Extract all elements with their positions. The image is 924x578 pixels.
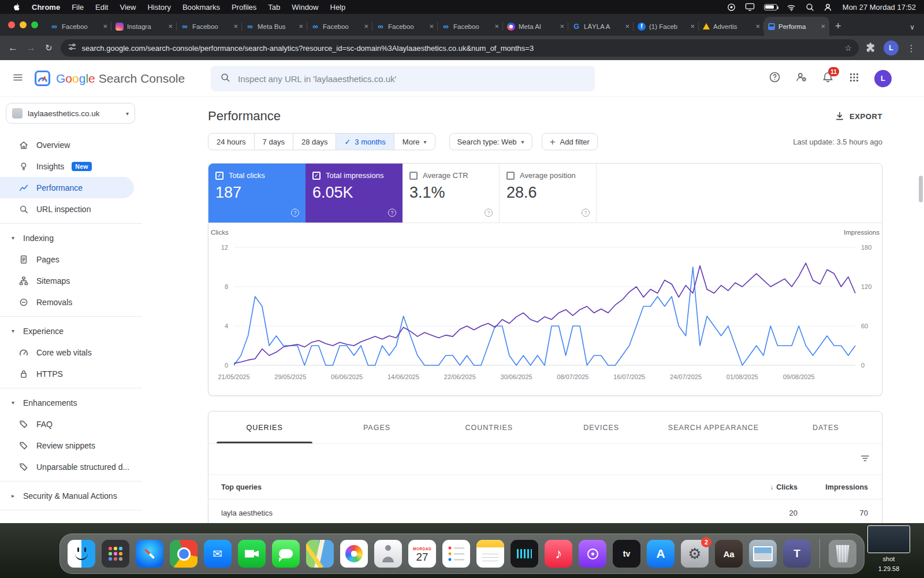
- browser-tab[interactable]: Meta AI×: [503, 17, 568, 36]
- mail-dock-icon[interactable]: ✉: [204, 540, 232, 568]
- metric-checkbox[interactable]: ✓: [312, 172, 321, 180]
- calendar-dock-icon[interactable]: MORDAD27: [408, 540, 436, 568]
- tab-close-icon[interactable]: ×: [103, 22, 107, 31]
- preview-dock-icon[interactable]: [749, 540, 777, 568]
- browser-tab[interactable]: f(1) Faceb×: [634, 17, 699, 36]
- sidebar-item-core-web-vitals[interactable]: Core web vitals: [0, 342, 142, 363]
- browser-tab[interactable]: ∞Faceboo×: [438, 17, 503, 36]
- user-switch-icon[interactable]: [824, 3, 832, 12]
- range-3-months[interactable]: ✓3 months: [336, 134, 393, 150]
- menubar-item-file[interactable]: File: [66, 3, 90, 12]
- chrome-dock-icon[interactable]: [170, 540, 198, 568]
- tab-close-icon[interactable]: ×: [233, 22, 238, 31]
- display-icon[interactable]: [745, 2, 755, 12]
- reminders-dock-icon[interactable]: [442, 540, 470, 568]
- google-apps-grid-icon[interactable]: [848, 72, 860, 86]
- menubar-clock[interactable]: Mon 27 Mordad 17:52: [843, 3, 916, 12]
- url-inspect-search[interactable]: Inspect any URL in 'laylaaesthetics.co.u…: [211, 66, 595, 91]
- close-window-button[interactable]: [8, 21, 15, 28]
- browser-tab[interactable]: GLÄYLA A×: [568, 17, 634, 36]
- tab-close-icon[interactable]: ×: [168, 22, 173, 31]
- browser-menu-icon[interactable]: ⋮: [907, 43, 916, 54]
- tab-dates[interactable]: DATES: [770, 412, 882, 443]
- finder-dock-icon[interactable]: [68, 540, 95, 568]
- appstore-dock-icon[interactable]: A: [647, 540, 675, 568]
- tab-close-icon[interactable]: ×: [299, 22, 303, 31]
- sidebar-item-url-inspection[interactable]: URL inspection: [0, 198, 142, 220]
- reload-button[interactable]: ↻: [45, 43, 53, 53]
- menubar-item-view[interactable]: View: [114, 3, 141, 12]
- user-settings-icon[interactable]: [795, 71, 807, 86]
- column-clicks[interactable]: ↓Clicks: [728, 483, 798, 491]
- extensions-icon[interactable]: [866, 42, 875, 54]
- help-icon[interactable]: ?: [388, 209, 396, 217]
- battery-icon[interactable]: [764, 4, 777, 10]
- range-more[interactable]: More▾: [394, 134, 435, 150]
- metric-card-average-position[interactable]: Average position28.6?: [500, 164, 597, 223]
- menubar-item-help[interactable]: Help: [325, 3, 352, 12]
- scrollbar-thumb[interactable]: [919, 176, 923, 202]
- column-impressions[interactable]: Impressions: [798, 483, 882, 491]
- help-icon[interactable]: ?: [485, 209, 493, 217]
- podcasts-dock-icon[interactable]: [579, 540, 606, 568]
- sidebar-section-indexing[interactable]: ▾Indexing: [0, 227, 142, 249]
- search-console-logo-icon[interactable]: [35, 71, 50, 86]
- browser-tab[interactable]: Instagra×: [111, 17, 177, 36]
- facetime-dock-icon[interactable]: [238, 540, 266, 568]
- browser-tab[interactable]: ∞Faceboo×: [177, 17, 242, 36]
- safari-dock-icon[interactable]: [136, 540, 163, 568]
- tab-close-icon[interactable]: ×: [364, 22, 368, 31]
- tab-close-icon[interactable]: ×: [429, 22, 434, 31]
- sidebar-item-insights[interactable]: InsightsNew: [0, 155, 142, 177]
- tab-pages[interactable]: PAGES: [321, 412, 433, 443]
- sidebar-item-sitemaps[interactable]: Sitemaps: [0, 270, 142, 291]
- help-icon[interactable]: [769, 71, 781, 86]
- browser-tab[interactable]: ∞Faceboo×: [372, 17, 438, 36]
- bookmark-star-icon[interactable]: ☆: [844, 43, 852, 53]
- site-settings-icon[interactable]: [68, 42, 77, 54]
- forward-button[interactable]: →: [26, 42, 36, 54]
- notes-dock-icon[interactable]: [476, 540, 504, 568]
- sidebar-item-unparsable-structured-d[interactable]: Unparsable structured d...: [0, 456, 142, 477]
- back-button[interactable]: ←: [8, 42, 18, 54]
- sidebar-item-faq[interactable]: FAQ: [0, 413, 142, 435]
- tab-close-icon[interactable]: ×: [821, 22, 825, 31]
- filter-list-icon[interactable]: [860, 453, 870, 466]
- sidebar-item-https[interactable]: HTTPS: [0, 363, 142, 384]
- tab-close-icon[interactable]: ×: [494, 22, 499, 31]
- browser-tab[interactable]: ∞Faceboo×: [46, 17, 111, 36]
- tab-search-button[interactable]: ∨: [910, 23, 915, 31]
- query-cell[interactable]: layla aesthetics: [208, 509, 728, 517]
- address-bar[interactable]: search.google.com/search-console/perform…: [61, 39, 859, 57]
- tab-search-appearance[interactable]: SEARCH APPEARANCE: [657, 412, 769, 443]
- sidebar-section-experience[interactable]: ▾Experience: [0, 320, 142, 342]
- menubar-item-bookmarks[interactable]: Bookmarks: [177, 3, 226, 12]
- menubar-item-window[interactable]: Window: [286, 3, 324, 12]
- screenshot-thumbnail[interactable]: [867, 525, 910, 553]
- trash-dock-icon[interactable]: [829, 540, 856, 568]
- zoom-window-button[interactable]: [31, 21, 38, 28]
- add-filter-chip[interactable]: + Add filter: [542, 133, 598, 150]
- range-7-days[interactable]: 7 days: [254, 134, 293, 150]
- metric-checkbox[interactable]: ✓: [215, 172, 223, 180]
- range-28-days[interactable]: 28 days: [293, 134, 336, 150]
- menubar-item-tab[interactable]: Tab: [262, 3, 286, 12]
- table-row[interactable]: layla aesthetics2070: [208, 499, 882, 523]
- contacts-dock-icon[interactable]: [374, 540, 402, 568]
- tab-close-icon[interactable]: ×: [690, 22, 695, 31]
- tab-countries[interactable]: COUNTRIES: [433, 412, 545, 443]
- browser-tab[interactable]: Performa×: [764, 17, 829, 36]
- search-type-chip[interactable]: Search type: Web ▾: [449, 133, 532, 150]
- screenshot-preview[interactable]: shot 1.29.58: [863, 525, 915, 573]
- profile-avatar[interactable]: L: [884, 40, 899, 55]
- column-top-queries[interactable]: Top queries: [208, 483, 728, 491]
- sidebar-item-removals[interactable]: Removals: [0, 291, 142, 313]
- photos-dock-icon[interactable]: [340, 540, 368, 568]
- range-24-hours[interactable]: 24 hours: [208, 134, 254, 150]
- settings-dock-icon[interactable]: ⚙2: [681, 540, 709, 568]
- waveform-dock-icon[interactable]: [511, 540, 538, 568]
- property-selector[interactable]: laylaaesthetics.co.uk ▾: [6, 103, 135, 124]
- sidebar-item-overview[interactable]: Overview: [0, 134, 142, 155]
- metric-checkbox[interactable]: [506, 172, 515, 180]
- export-button[interactable]: EXPORT: [834, 111, 882, 121]
